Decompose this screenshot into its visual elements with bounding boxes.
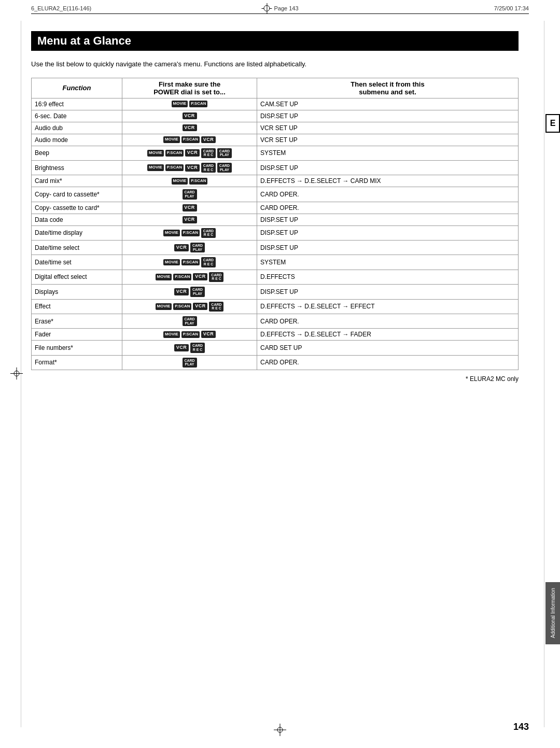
badge-movie: MOVIE <box>147 150 164 157</box>
badges-cell: VCR <box>122 122 257 134</box>
table-row: Audio dubVCRVCR SET UP <box>32 122 519 134</box>
badge-group: CARDPLAY <box>125 316 254 326</box>
function-cell: Date/time display <box>32 225 122 240</box>
badge-card-rec: CARDR E C <box>201 148 216 158</box>
badges-cell: CARDPLAY <box>122 355 257 370</box>
badge-group: MOVIEP.SCANVCRCARDR E CCARDPLAY <box>125 148 254 158</box>
badge-vcr: VCR <box>183 204 197 211</box>
function-cell: Brightness <box>32 160 122 175</box>
badges-cell: VCRCARDR E C <box>122 341 257 355</box>
header-date: 7/25/00 17:34 <box>494 5 529 11</box>
col2-header-line1: First make sure the <box>159 80 220 88</box>
submenu-cell: CARD OPER. <box>257 355 519 370</box>
badge-movie: MOVIE <box>163 230 180 236</box>
page-container: 6_ELURA2_E(116-146) 7/25/00 17:34 Page 1… <box>0 0 560 748</box>
badge-pscan: P.SCAN <box>189 178 207 185</box>
file-info: 6_ELURA2_E(116-146) <box>31 5 484 11</box>
side-tab-additional: Additional Information <box>545 582 560 644</box>
right-margin-line <box>544 21 544 727</box>
badges-cell: MOVIEP.SCANVCRCARDR E CCARDPLAY <box>122 146 257 160</box>
badge-group: MOVIEP.SCAN <box>125 178 254 185</box>
submenu-cell: CARD OPER. <box>257 202 519 214</box>
function-cell: Digital effect select <box>32 270 122 284</box>
page-number: 143 <box>513 722 529 732</box>
function-cell: Copy- cassette to card* <box>32 202 122 214</box>
table-row: Card mix*MOVIEP.SCAND.EFFECTS → D.E.SELE… <box>32 175 519 187</box>
table-row: File numbers*VCRCARDR E CCARD SET UP <box>32 341 519 355</box>
badge-movie: MOVIE <box>163 259 180 266</box>
badge-group: MOVIEP.SCANVCRCARDR E C <box>125 302 254 312</box>
badges-cell: MOVIEP.SCANVCRCARDR E CCARDPLAY <box>122 160 257 175</box>
submenu-cell: CAM.SET UP <box>257 98 519 110</box>
badge-card-rec: CARDR E C <box>190 343 205 352</box>
table-row: Format*CARDPLAYCARD OPER. <box>32 355 519 370</box>
badge-group: CARDPLAY <box>125 358 254 368</box>
badge-vcr: VCR <box>193 273 207 280</box>
main-content: Menu at a Glance Use the list below to q… <box>31 21 519 383</box>
table-row: Copy- card to cassette*CARDPLAYCARD OPER… <box>32 187 519 202</box>
badge-group: MOVIEP.SCANVCRCARDR E C <box>125 272 254 282</box>
badges-cell: MOVIEP.SCANVCR <box>122 134 257 146</box>
table-row: Date/time setMOVIEP.SCANCARDR E CSYSTEM <box>32 255 519 270</box>
function-cell: Format* <box>32 355 122 370</box>
badge-vcr: VCR <box>185 149 200 157</box>
submenu-cell: DISP.SET UP <box>257 160 519 175</box>
badges-cell: MOVIEP.SCANCARDR E C <box>122 255 257 270</box>
table-row: 16:9 effectMOVIEP.SCANCAM.SET UP <box>32 98 519 110</box>
badge-card-rec: CARDR E C <box>209 272 223 282</box>
badge-vcr: VCR <box>183 112 197 120</box>
submenu-cell: DISP.SET UP <box>257 285 519 299</box>
table-row: Erase*CARDPLAYCARD OPER. <box>32 314 519 328</box>
badges-cell: VCRCARDPLAY <box>122 285 257 299</box>
col1-header: Function <box>32 78 122 98</box>
table-row: Data codeVCRDISP.SET UP <box>32 214 519 225</box>
function-cell: Effect <box>32 299 122 314</box>
badges-cell: MOVIEP.SCAN <box>122 98 257 110</box>
function-cell: 6-sec. Date <box>32 110 122 122</box>
badges-cell: VCR <box>122 214 257 225</box>
badge-pscan: P.SCAN <box>181 331 200 338</box>
badge-card-play: CARDPLAY <box>190 287 205 297</box>
submenu-cell: D.EFFECTS → D.E.SELECT → CARD MIX <box>257 175 519 187</box>
function-cell: 16:9 effect <box>32 98 122 110</box>
badge-group: VCRCARDR E C <box>125 343 254 352</box>
page-ref: Page 143 <box>274 5 298 11</box>
table-row: BeepMOVIEP.SCANVCRCARDR E CCARDPLAYSYSTE… <box>32 146 519 160</box>
badge-card-play: CARDPLAY <box>217 163 232 173</box>
function-cell: Audio dub <box>32 122 122 134</box>
badge-movie: MOVIE <box>156 274 172 280</box>
badge-group: VCR <box>125 204 254 211</box>
table-row: BrightnessMOVIEP.SCANVCRCARDR E CCARDPLA… <box>32 160 519 175</box>
badge-pscan: P.SCAN <box>165 150 184 157</box>
submenu-cell: CARD OPER. <box>257 314 519 328</box>
col3-header-line2: submenu and set. <box>359 88 416 96</box>
table-row: DisplaysVCRCARDPLAYDISP.SET UP <box>32 285 519 299</box>
badges-cell: MOVIEP.SCANVCR <box>122 329 257 341</box>
badge-card-play: CARDPLAY <box>183 189 197 199</box>
badges-cell: CARDPLAY <box>122 314 257 328</box>
badge-card-rec: CARDR E C <box>209 302 223 312</box>
badge-vcr: VCR <box>174 288 189 295</box>
badge-group: VCR <box>125 216 254 223</box>
badge-card-play: CARDPLAY <box>183 316 197 326</box>
function-cell: Copy- card to cassette* <box>32 187 122 202</box>
badge-group: MOVIEP.SCAN <box>125 101 254 107</box>
badge-vcr: VCR <box>193 303 207 310</box>
badge-vcr: VCR <box>201 136 216 144</box>
badge-vcr: VCR <box>183 124 197 132</box>
function-cell: File numbers* <box>32 341 122 355</box>
table-row: 6-sec. DateVCRDISP.SET UP <box>32 110 519 122</box>
badge-movie: MOVIE <box>163 331 180 338</box>
function-cell: Displays <box>32 285 122 299</box>
submenu-cell: CARD OPER. <box>257 187 519 202</box>
badge-card-rec: CARDR E C <box>201 163 216 173</box>
badge-pscan: P.SCAN <box>181 230 200 236</box>
side-tab-e: E <box>545 114 560 133</box>
badges-cell: MOVIEP.SCANVCRCARDR E C <box>122 270 257 284</box>
table-row: Date/time displayMOVIEP.SCANCARDR E CDIS… <box>32 225 519 240</box>
top-header: 6_ELURA2_E(116-146) 7/25/00 17:34 Page 1… <box>31 5 529 14</box>
badge-movie: MOVIE <box>156 303 172 310</box>
badges-cell: CARDPLAY <box>122 187 257 202</box>
table-row: Audio modeMOVIEP.SCANVCRVCR SET UP <box>32 134 519 146</box>
col3-header-line1: Then select it from this <box>351 80 424 88</box>
